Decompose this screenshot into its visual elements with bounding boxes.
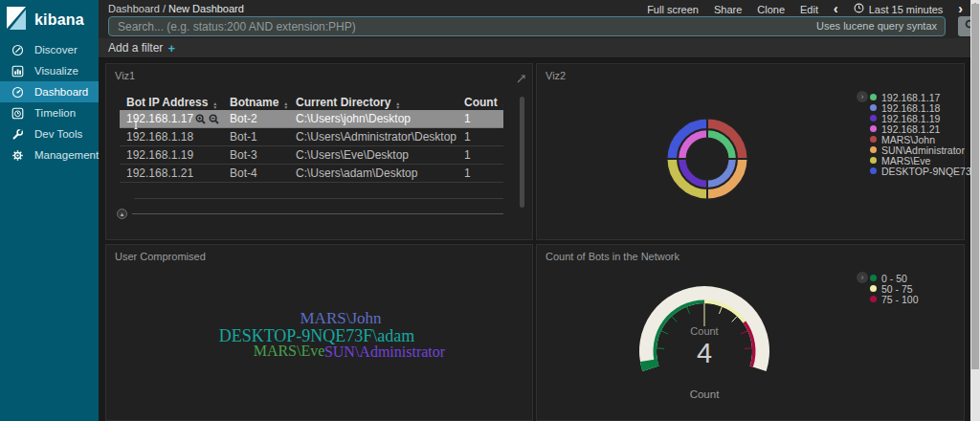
legend-color-dot <box>870 167 877 174</box>
table-cell: 1 <box>457 148 503 162</box>
chart-legend: 192.168.1.17192.168.1.18192.168.1.19192.… <box>870 92 980 176</box>
breadcrumb-section[interactable]: Dashboard <box>108 3 160 14</box>
gauge-tick <box>719 307 722 314</box>
sidebar-item-label: Discover <box>34 44 78 55</box>
wrench-icon <box>11 128 24 141</box>
legend-item[interactable]: SUN\Administrator <box>870 144 980 155</box>
data-table: Bot IP Address▲▼Botname▲▼Current Directo… <box>120 95 503 183</box>
gauge-metric-label: Count <box>690 325 718 337</box>
panel-scrollbar[interactable] <box>520 97 524 208</box>
panel-title: Viz2 <box>546 70 566 81</box>
edit-button[interactable]: Edit <box>800 4 818 15</box>
column-header[interactable]: Current Directory▲▼ <box>289 96 457 109</box>
clone-button[interactable]: Clone <box>757 4 785 15</box>
spy-panel-toggle[interactable]: ▲ <box>117 209 127 219</box>
table-row: 192.168.1.17Bot-2C:\Users\john\Desktop1 <box>120 110 503 128</box>
panel-title: Viz1 <box>115 70 135 81</box>
legend-toggle-icon[interactable]: › <box>857 91 868 102</box>
kibana-logo[interactable]: kibana <box>0 0 99 42</box>
sidebar-item-visualize[interactable]: Visualize <box>0 60 99 81</box>
legend-color-dot <box>870 285 877 292</box>
legend-item[interactable]: MARS\John <box>870 134 980 144</box>
legend-color-dot <box>870 125 877 132</box>
main-area: Dashboard / New Dashboard Full screen Sh… <box>99 0 980 421</box>
legend-item[interactable]: 75 - 100 <box>870 294 919 304</box>
legend-item[interactable]: 192.168.1.21 <box>870 123 980 134</box>
sidebar-item-label: Management <box>34 149 99 161</box>
sort-carets-icon: ▲▼ <box>502 101 503 109</box>
table-cell: C:\Users\john\Desktop <box>289 112 457 125</box>
gauge-tick <box>732 317 737 322</box>
sidebar-item-dashboard[interactable]: Dashboard <box>0 81 99 102</box>
gauge-tick <box>687 307 690 314</box>
compass-icon <box>11 44 24 56</box>
breadcrumb-current: New Dashboard <box>168 3 244 14</box>
filter-for-value-icon[interactable] <box>195 114 206 127</box>
kibana-logo-icon <box>6 6 28 34</box>
table-cell: Bot-1 <box>223 130 289 144</box>
full-screen-button[interactable]: Full screen <box>647 4 699 15</box>
spy-panel-divider <box>132 213 503 214</box>
add-filter-label[interactable]: Add a filter <box>108 41 163 55</box>
panel-title: User Compromised <box>115 251 206 262</box>
table-cell: C:\Users\adam\Desktop <box>289 166 457 180</box>
legend-item[interactable]: 192.168.1.18 <box>870 102 980 113</box>
sidebar-item-timelion[interactable]: Timelion <box>0 102 99 123</box>
sidebar: kibana Discover Visualize Dashboard <box>0 0 99 421</box>
table-cell: 1 <box>457 112 503 125</box>
table-header-row: Bot IP Address▲▼Botname▲▼Current Directo… <box>120 95 503 110</box>
sidebar-item-label: Dev Tools <box>34 128 82 140</box>
sidebar-item-discover[interactable]: Discover <box>0 39 99 60</box>
sidebar-item-management[interactable]: Management <box>0 144 99 166</box>
sidebar-nav: Discover Visualize Dashboard Timelion <box>0 39 99 166</box>
table-cell: Bot-4 <box>223 166 289 180</box>
time-forward-chevron[interactable]: › <box>958 4 963 14</box>
legend-label: 75 - 100 <box>881 294 919 305</box>
lucene-syntax-link[interactable]: Uses lucene query syntax <box>816 20 937 32</box>
dashboard-grid: Viz1 Bot IP Address▲▼Botname▲▼Current Di… <box>105 63 971 421</box>
legend-item[interactable]: DESKTOP-9NQE73F\a... <box>870 166 980 176</box>
tag-word[interactable]: MARS\Eve <box>254 343 325 360</box>
table-cell: Bot-2 <box>223 112 289 125</box>
panel-bot-count-gauge: Count of Bots in the Network Count 4 Cou… <box>536 244 965 421</box>
legend-toggle-icon[interactable]: › <box>857 272 868 283</box>
table-row-divider <box>134 198 503 199</box>
legend-color-dot <box>870 115 877 122</box>
page-scrollbar-thumb[interactable] <box>971 4 979 369</box>
legend-item[interactable]: 192.168.1.17 <box>870 92 980 102</box>
table-cell: C:\Users\Administrator\Desktop <box>289 130 457 144</box>
bar-chart-icon <box>11 65 24 78</box>
column-header[interactable]: Bot IP Address▲▼ <box>120 96 223 109</box>
legend-item[interactable]: 0 - 50 <box>870 273 919 283</box>
panel-user-compromised: User Compromised MARS\JohnDESKTOP-9NQE73… <box>105 244 533 421</box>
add-filter-plus-button[interactable]: + <box>167 41 175 55</box>
table-row: 192.168.1.19Bot-3C:\Users\Eve\Desktop1 <box>120 146 503 165</box>
sidebar-item-devtools[interactable]: Dev Tools <box>0 123 99 144</box>
legend-item[interactable]: MARS\Eve <box>870 155 980 166</box>
legend-item[interactable]: 192.168.1.19 <box>870 113 980 123</box>
chart-legend: 0 - 5050 - 7575 - 100 <box>870 273 919 304</box>
time-picker[interactable]: Last 15 minutes <box>854 3 944 15</box>
sort-carets-icon: ▲▼ <box>212 101 217 109</box>
filter-out-value-icon[interactable] <box>209 114 219 127</box>
gauge-chart <box>537 245 964 420</box>
table-cell: 1 <box>457 166 503 180</box>
gear-icon <box>11 149 24 162</box>
legend-item[interactable]: 50 - 75 <box>870 283 919 294</box>
expand-panel-icon[interactable] <box>517 70 525 87</box>
gauge-tick <box>657 348 664 349</box>
breadcrumb: Dashboard / New Dashboard <box>108 3 244 14</box>
tag-word[interactable]: SUN\Administrator <box>324 343 445 361</box>
gauge-tick <box>672 317 677 322</box>
legend-label: DESKTOP-9NQE73F\a... <box>881 166 980 177</box>
sort-carets-icon: ▲▼ <box>283 101 288 109</box>
column-header[interactable]: Count▲▼ <box>457 96 503 109</box>
table-cell: 1 <box>457 130 503 144</box>
gauge-axis-label: Count <box>690 388 720 400</box>
share-button[interactable]: Share <box>714 4 742 15</box>
time-back-chevron[interactable]: ‹ <box>834 4 838 14</box>
column-header[interactable]: Botname▲▼ <box>223 96 289 109</box>
sidebar-item-label: Timelion <box>34 107 76 119</box>
page-scrollbar[interactable]: ▲ <box>970 0 980 421</box>
legend-color-dot <box>870 146 877 153</box>
